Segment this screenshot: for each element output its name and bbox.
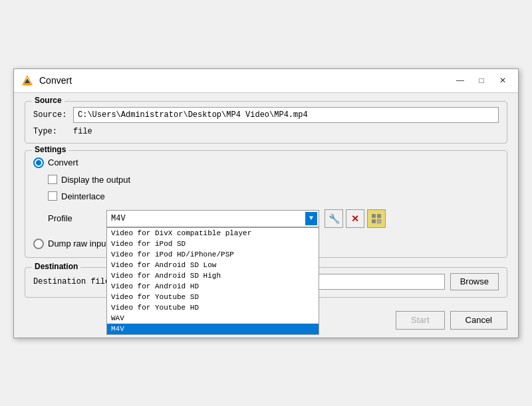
profile-select-wrapper: M4V ▼ Video for DivX compatible player V… <box>106 210 319 227</box>
profile-edit-button[interactable]: 🔧 <box>325 209 343 228</box>
profile-dropdown-list: Video for DivX compatible player Video f… <box>106 227 319 335</box>
dropdown-item-youtube-hd[interactable]: Video for Youtube HD <box>107 302 319 313</box>
source-group: Source Source: Type: file <box>25 101 507 144</box>
display-output-label: Display the output <box>61 175 130 185</box>
svg-rect-5 <box>372 214 376 218</box>
svg-rect-6 <box>377 214 381 218</box>
profile-tools: 🔧 ✕ <box>325 209 386 228</box>
source-group-label: Source <box>32 96 65 105</box>
main-content: Source Source: Type: file Settings Conve… <box>14 93 518 306</box>
svg-rect-7 <box>372 219 376 223</box>
dropdown-item-m4v[interactable]: M4V <box>107 324 319 334</box>
minimize-button[interactable]: — <box>452 73 469 88</box>
convert-window: Convert — □ ✕ Source Source: Type: file … <box>13 68 519 338</box>
profile-selected-value: M4V <box>111 214 126 223</box>
deinterlace-checkbox[interactable] <box>48 191 57 201</box>
dropdown-item-android-sd-low[interactable]: Video for Android SD Low <box>107 260 319 270</box>
settings-content: Convert Display the output Deinterlace P… <box>33 156 499 251</box>
dropdown-item-divx[interactable]: Video for DivX compatible player <box>107 228 319 239</box>
svg-rect-8 <box>377 219 381 223</box>
dump-raw-label: Dump raw input <box>48 239 108 249</box>
deinterlace-label: Deinterlace <box>61 191 105 201</box>
title-bar-controls: — □ ✕ <box>452 73 511 88</box>
settings-group-label: Settings <box>32 145 68 154</box>
dropdown-arrow-icon[interactable]: ▼ <box>305 212 317 225</box>
type-value: file <box>73 127 92 136</box>
source-row: Source: <box>33 107 499 123</box>
dropdown-item-android-sd-high[interactable]: Video for Android SD High <box>107 270 319 281</box>
cancel-button[interactable]: Cancel <box>450 311 507 330</box>
type-field-label: Type: <box>33 127 73 136</box>
display-output-row: Display the output <box>33 173 499 186</box>
title-bar: Convert — □ ✕ <box>14 69 518 93</box>
maximize-button[interactable]: □ <box>473 73 490 88</box>
profile-row: Profile M4V ▼ Video for DivX compatible … <box>33 207 499 231</box>
type-row: Type: file <box>33 127 499 136</box>
profile-label: Profile <box>48 213 101 223</box>
vlc-icon <box>21 74 34 87</box>
settings-group: Settings Convert Display the output Dein… <box>25 150 507 258</box>
deinterlace-row: Deinterlace <box>33 190 499 203</box>
profile-select[interactable]: M4V ▼ <box>106 210 319 227</box>
start-button[interactable]: Start <box>396 311 444 330</box>
convert-radio-button[interactable] <box>33 157 44 168</box>
source-field-label: Source: <box>33 110 73 120</box>
dropdown-item-android-hd[interactable]: Video for Android HD <box>107 281 319 292</box>
svg-rect-4 <box>24 83 31 84</box>
display-output-checkbox[interactable] <box>48 175 57 184</box>
dropdown-item-ipod-hd[interactable]: Video for iPod HD/iPhone/PSP <box>107 249 319 260</box>
source-path-input[interactable] <box>73 107 499 123</box>
profile-add-button[interactable] <box>367 209 386 228</box>
window-title: Convert <box>39 75 452 86</box>
browse-button[interactable]: Browse <box>450 273 499 290</box>
close-button[interactable]: ✕ <box>494 73 511 88</box>
dropdown-item-ipod-sd[interactable]: Video for iPod SD <box>107 239 319 249</box>
dump-raw-radio-button[interactable] <box>33 239 44 249</box>
destination-group-label: Destination <box>32 262 80 271</box>
convert-radio-label: Convert <box>48 157 78 167</box>
profile-delete-button[interactable]: ✕ <box>346 209 364 228</box>
dropdown-item-youtube-sd[interactable]: Video for Youtube SD <box>107 292 319 302</box>
dropdown-item-wav[interactable]: WAV <box>107 313 319 324</box>
convert-radio-row: Convert <box>33 156 499 169</box>
dest-file-label: Destination file: <box>33 277 114 286</box>
